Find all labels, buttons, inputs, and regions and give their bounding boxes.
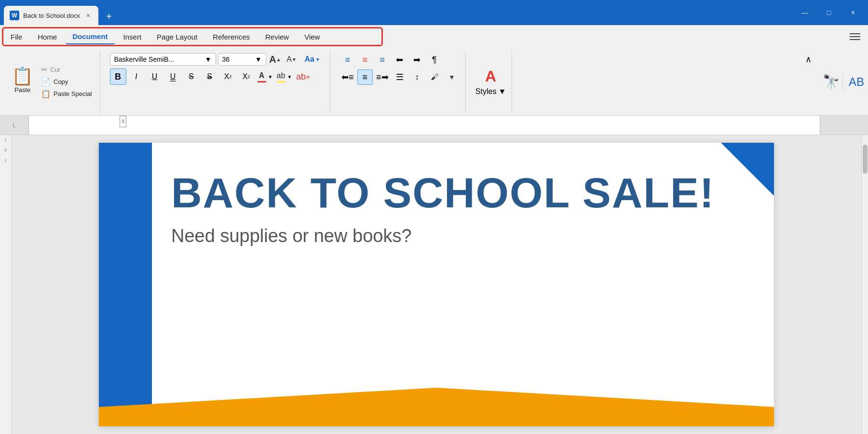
ordered-list-button[interactable]: ≡ [357, 52, 373, 68]
case-label: Aa [305, 55, 314, 64]
text-color-bg-button[interactable]: 🖌 [427, 69, 442, 85]
menu-file[interactable]: File [4, 30, 29, 44]
copy-icon: 📄 [41, 77, 51, 86]
menu-page-layout[interactable]: Page Layout [150, 30, 204, 44]
clipboard-section: 📋 Paste ✂ Cut 📄 Copy 📋 Paste Special [4, 50, 100, 113]
font-family-arrow: ▼ [205, 55, 212, 63]
document-tab[interactable]: W Back to School.docx × [4, 6, 98, 25]
page-content: BACK TO SCHOOL SALE! Need supplies or ne… [99, 143, 774, 275]
styles-label-group[interactable]: Styles ▼ [475, 87, 506, 96]
font-color-icon: A [259, 71, 265, 80]
paragraph-row2: ⬅≡ ≡ ≡➡ ☰ ↕ 🖌 ▼ [340, 69, 460, 85]
cut-label: Cut [50, 66, 60, 73]
title-bar: W Back to School.docx × + — □ × [0, 0, 868, 25]
styles-icon-group: A [485, 68, 496, 85]
paste-special-button[interactable]: 📋 Paste Special [39, 88, 94, 99]
menu-review[interactable]: Review [258, 30, 296, 44]
highlight-color-arrow[interactable]: ▼ [286, 70, 293, 83]
font-size-arrow: ▼ [255, 55, 262, 63]
scrollbar-thumb[interactable] [863, 145, 868, 174]
document-area: 1 0 1 BACK TO SCHOOL SALE! Need supplies… [0, 135, 868, 434]
hamburger-menu[interactable] [846, 29, 864, 44]
cut-button[interactable]: ✂ Cut [39, 64, 94, 75]
font-row1: Baskerville SemiB... ▼ 36 ▼ A▲ A▼ Aa ▼ [110, 52, 324, 67]
border-button[interactable]: ▼ [444, 69, 460, 85]
align-left-button[interactable]: ⬅≡ [340, 69, 355, 85]
page-container: BACK TO SCHOOL SALE! Need supplies or ne… [12, 135, 861, 434]
close-button[interactable]: × [842, 5, 864, 20]
highlight-underline [277, 81, 285, 82]
styles-section: A Styles ▼ [470, 50, 512, 113]
clipboard-small-items: ✂ Cut 📄 Copy 📋 Paste Special [39, 64, 94, 99]
font-family-select[interactable]: Baskerville SemiB... ▼ [110, 53, 216, 66]
menu-items: File Home Document Insert Page Layout Re… [4, 29, 326, 44]
clear-format-button[interactable]: ab× [295, 68, 312, 85]
align-justify-button[interactable]: ☰ [392, 69, 407, 85]
menu-home[interactable]: Home [31, 30, 64, 44]
window-controls: — □ × [794, 5, 864, 20]
side-ruler: 1 0 1 [0, 135, 12, 434]
strikethrough2-button[interactable]: S [202, 68, 218, 85]
paste-button[interactable]: 📋 Paste [10, 64, 35, 95]
document-main-title: BACK TO SCHOOL SALE! [171, 172, 715, 214]
document-page: BACK TO SCHOOL SALE! Need supplies or ne… [99, 143, 774, 426]
highlight-color-group: ab ▼ [276, 70, 293, 83]
styles-A-icon: A [485, 68, 496, 85]
outline-list-button[interactable]: ≡ [375, 52, 390, 68]
find-button[interactable]: 🔭 [823, 74, 839, 90]
minimize-button[interactable]: — [794, 5, 816, 20]
menu-references[interactable]: References [206, 30, 257, 44]
case-arrow: ▼ [315, 57, 320, 62]
unordered-list-button[interactable]: ≡ [340, 52, 355, 68]
align-center-button[interactable]: ≡ [357, 69, 373, 85]
font-color-button[interactable]: A [257, 70, 267, 83]
hamburger-line3 [850, 39, 860, 40]
double-underline-button[interactable]: U [165, 68, 181, 85]
copy-button[interactable]: 📄 Copy [39, 76, 94, 87]
ruler-cursor[interactable]: ⧖ [120, 116, 126, 127]
line-spacing-button[interactable]: ↕ [409, 69, 425, 85]
toolbar-collapse-button[interactable]: ∧ [801, 50, 815, 113]
underline-button[interactable]: U [147, 68, 163, 85]
right-toolbar-section: 🔭 AB [823, 50, 864, 113]
doc-icon: W [10, 11, 19, 20]
font-color-arrow[interactable]: ▼ [267, 70, 274, 83]
menu-document[interactable]: Document [66, 29, 114, 44]
superscript-button[interactable]: X2 [220, 68, 236, 85]
format-painter-button[interactable]: AB [849, 74, 864, 90]
subscript-button[interactable]: X2 [238, 68, 255, 85]
highlight-color-button[interactable]: ab [276, 70, 286, 83]
align-right-button[interactable]: ≡➡ [375, 69, 390, 85]
new-tab-button[interactable]: + [100, 8, 118, 25]
format-painter-section: AB [842, 74, 864, 90]
paste-special-label: Paste Special [54, 90, 92, 97]
menu-bar: File Home Document Insert Page Layout Re… [0, 25, 868, 48]
tab-close-button[interactable]: × [84, 11, 93, 20]
hamburger-line1 [850, 33, 860, 34]
paste-special-icon: 📋 [41, 89, 51, 98]
strikethrough-button[interactable]: S [183, 68, 200, 85]
hamburger-line2 [850, 36, 860, 37]
font-grow-button[interactable]: A▲ [268, 52, 283, 67]
indent-left-button[interactable]: ⬅ [392, 52, 407, 68]
font-size-select[interactable]: 36 ▼ [218, 53, 266, 66]
vertical-scrollbar[interactable] [861, 135, 868, 434]
menu-insert[interactable]: Insert [117, 30, 149, 44]
menu-view[interactable]: View [298, 30, 326, 44]
maximize-button[interactable]: □ [818, 5, 840, 20]
paste-icon: 📋 [12, 66, 33, 86]
page-bottom-accent [99, 388, 774, 426]
tab-title: Back to School.docx [23, 12, 80, 19]
indent-right-button[interactable]: ➡ [409, 52, 425, 68]
font-shrink-button[interactable]: A▼ [285, 52, 299, 67]
paragraph-section: ≡ ≡ ≡ ⬅ ➡ ¶ ⬅≡ ≡ ≡➡ ☰ ↕ 🖌 ▼ [334, 50, 466, 113]
font-family-name: Baskerville SemiB... [114, 55, 203, 63]
case-button[interactable]: Aa ▼ [301, 53, 324, 66]
paragraph-row1: ≡ ≡ ≡ ⬅ ➡ ¶ [340, 52, 460, 68]
bold-button[interactable]: B [110, 68, 126, 85]
ruler: L ⧖ [0, 116, 868, 135]
styles-label: Styles [475, 87, 497, 96]
pilcrow-button[interactable]: ¶ [427, 52, 442, 68]
italic-button[interactable]: I [128, 68, 145, 85]
document-subtitle: Need supplies or new books? [171, 226, 412, 246]
